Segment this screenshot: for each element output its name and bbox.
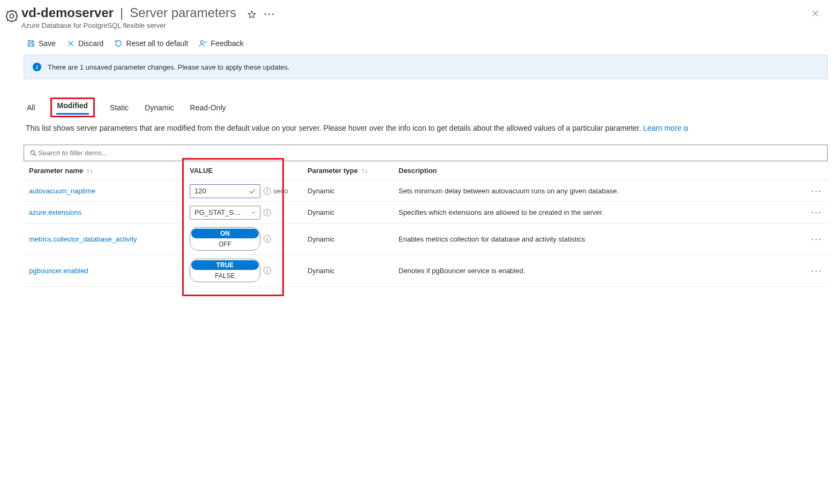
feedback-label: Feedback (211, 39, 243, 48)
svg-point-7 (201, 41, 204, 43)
external-link-icon: ⧉ (684, 125, 688, 132)
checkmark-icon (249, 187, 256, 195)
parameter-type: Dynamic (307, 187, 399, 195)
parameter-description: Denotes if pgBouncer service is enabled. (399, 267, 796, 275)
learn-more-link[interactable]: Learn more ⧉ (643, 124, 688, 132)
parameter-type: Dynamic (307, 208, 399, 216)
toggle-option-true[interactable]: TRUE (191, 260, 259, 270)
help-text: This list shows server parameters that a… (0, 116, 833, 134)
reset-label: Reset all to default (126, 39, 188, 48)
toggle-option-false[interactable]: FALSE (191, 271, 259, 281)
parameter-value-toggle[interactable]: ON OFF (190, 227, 260, 251)
col-parameter-name[interactable]: Parameter name↑↓ (29, 167, 190, 175)
table-row: pgbouncer.enabled TRUE FALSE i Dynamic D… (24, 255, 828, 287)
value-unit: seco (273, 187, 288, 195)
title-separator: | (119, 5, 124, 20)
discard-button[interactable]: Discard (66, 39, 103, 48)
sort-icon: ↑↓ (86, 167, 93, 175)
table-row: azure.extensions PG_STAT_S… i Dynamic Sp… (24, 202, 828, 223)
save-label: Save (39, 39, 56, 48)
help-text-body: This list shows server parameters that a… (26, 124, 643, 132)
parameter-description: Specifies which extensions are allowed t… (399, 208, 796, 216)
svg-point-8 (31, 151, 34, 154)
reset-button[interactable]: Reset all to default (114, 39, 188, 48)
svg-marker-2 (248, 11, 256, 18)
row-more-icon[interactable]: ··· (796, 207, 822, 218)
resource-type-subtitle: Azure Database for PostgreSQL flexible s… (21, 21, 811, 29)
info-icon: i (33, 63, 41, 71)
tab-all[interactable]: All (26, 103, 36, 116)
parameter-name-link[interactable]: pgbouncer.enabled (29, 267, 190, 275)
search-icon (29, 149, 37, 157)
parameter-value-dropdown[interactable]: PG_STAT_S… (190, 206, 260, 220)
unsaved-changes-banner: i There are 1 unsaved parameter changes.… (24, 55, 828, 79)
tab-dynamic[interactable]: Dynamic (144, 103, 175, 116)
parameter-type: Dynamic (307, 235, 399, 243)
search-box[interactable] (24, 145, 828, 161)
table-row: autovacuum_naptime i seco Dynamic Sets m… (24, 180, 828, 202)
more-actions-icon[interactable]: ··· (264, 9, 275, 20)
chevron-down-icon (250, 209, 257, 216)
parameter-name-link[interactable]: metrics.collector_database_activity (29, 235, 190, 243)
sort-icon: ↑↓ (361, 167, 367, 175)
resource-name: vd-demoserver (21, 5, 114, 20)
tab-readonly[interactable]: Read-Only (189, 103, 227, 116)
gear-icon (2, 5, 21, 24)
tab-static[interactable]: Static (109, 103, 130, 116)
parameter-name-link[interactable]: autovacuum_naptime (29, 187, 190, 195)
favorite-star-icon[interactable] (247, 10, 257, 19)
table-row: metrics.collector_database_activity ON O… (24, 223, 828, 255)
tab-modified-highlight: Modified (50, 97, 95, 117)
col-value: VALUE (190, 167, 307, 175)
col-parameter-type[interactable]: Parameter type↑↓ (307, 167, 399, 175)
svg-line-9 (34, 154, 36, 156)
row-more-icon[interactable]: ··· (796, 185, 822, 197)
feedback-button[interactable]: Feedback (199, 39, 243, 48)
close-button[interactable] (811, 5, 826, 18)
info-icon[interactable]: i (264, 209, 271, 216)
toggle-option-on[interactable]: ON (191, 229, 259, 238)
info-icon[interactable]: i (264, 267, 271, 274)
parameter-value-toggle[interactable]: TRUE FALSE (190, 259, 260, 282)
filter-tabs: All Modified Static Dynamic Read-Only (0, 79, 833, 116)
parameters-table: Parameter name↑↓ VALUE Parameter type↑↓ … (24, 161, 828, 287)
col-description: Description (399, 167, 796, 175)
parameter-description: Enables metrics collection for database … (399, 235, 796, 243)
info-icon[interactable]: i (264, 235, 271, 243)
svg-point-0 (10, 14, 13, 18)
table-header-row: Parameter name↑↓ VALUE Parameter type↑↓ … (24, 161, 828, 180)
row-more-icon[interactable]: ··· (796, 234, 822, 245)
info-icon[interactable]: i (264, 187, 271, 195)
page-header: vd-demoserver | Server parameters ··· Az… (0, 0, 833, 32)
parameter-description: Sets minimum delay between autovacuum ru… (399, 187, 796, 195)
toggle-option-off[interactable]: OFF (191, 239, 259, 249)
search-input[interactable] (37, 148, 822, 157)
command-bar: Save Discard Reset all to default Feedba… (0, 32, 833, 55)
save-button[interactable]: Save (27, 39, 56, 48)
banner-text: There are 1 unsaved parameter changes. P… (48, 63, 290, 71)
parameter-type: Dynamic (307, 267, 399, 275)
parameter-name-link[interactable]: azure.extensions (29, 208, 190, 216)
svg-point-1 (6, 11, 17, 21)
discard-label: Discard (78, 39, 103, 48)
tab-modified[interactable]: Modified (56, 101, 89, 115)
page-title: Server parameters (130, 5, 236, 20)
row-more-icon[interactable]: ··· (796, 265, 822, 276)
